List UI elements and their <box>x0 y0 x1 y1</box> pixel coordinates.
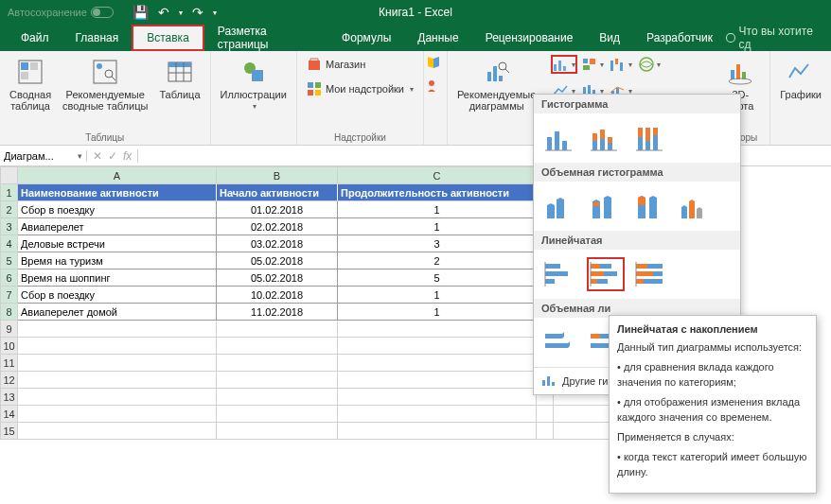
stacked-bar-option[interactable] <box>587 257 625 291</box>
row-header[interactable]: 12 <box>1 372 18 389</box>
row-header[interactable]: 15 <box>1 423 18 440</box>
svg-rect-31 <box>615 59 618 64</box>
cell[interactable]: 1 <box>338 287 537 304</box>
tab-file[interactable]: Файл <box>8 25 62 51</box>
row-header[interactable]: 14 <box>1 406 18 423</box>
cell[interactable]: 05.02.2018 <box>217 269 338 287</box>
row-header[interactable]: 4 <box>1 235 18 252</box>
stacked-column-option[interactable] <box>587 121 625 155</box>
row-header[interactable]: 11 <box>1 355 18 372</box>
undo-icon[interactable]: ↶ <box>158 5 169 20</box>
tab-view[interactable]: Вид <box>586 25 633 51</box>
select-all-corner[interactable] <box>1 167 18 184</box>
svg-rect-30 <box>610 61 613 71</box>
recommended-pivot-button[interactable]: Рекомендуемые сводные таблицы <box>59 55 151 113</box>
stacked-bar-100-option[interactable] <box>632 257 670 291</box>
tab-data[interactable]: Данные <box>404 25 471 51</box>
row-header[interactable]: 5 <box>1 252 18 269</box>
cell[interactable]: Деловые встречи <box>18 235 217 252</box>
cell[interactable]: 11.02.2018 <box>217 304 338 321</box>
store-button[interactable]: Магазин <box>303 55 369 74</box>
tab-insert[interactable]: Вставка <box>132 25 204 51</box>
toggle-icon[interactable] <box>91 7 114 18</box>
cell[interactable]: 10.02.2018 <box>217 287 338 304</box>
cell[interactable]: 1 <box>338 201 537 218</box>
illustrations-button[interactable]: Иллюстрации ▾ <box>217 55 291 113</box>
cell[interactable]: 3 <box>338 235 537 252</box>
3d-column-option[interactable] <box>678 189 716 223</box>
row-header[interactable]: 6 <box>1 269 18 287</box>
cell[interactable]: 2 <box>338 252 537 269</box>
table-header-cell[interactable]: Начало активности <box>217 184 338 201</box>
row-header[interactable]: 1 <box>1 184 18 201</box>
cell[interactable]: 1 <box>338 218 537 235</box>
tab-review[interactable]: Рецензирование <box>472 25 587 51</box>
cell[interactable]: 01.02.2018 <box>217 201 338 218</box>
tab-home[interactable]: Главная <box>62 25 133 51</box>
qat-customize-icon[interactable]: ▾ <box>213 9 217 17</box>
clustered-bar-option[interactable] <box>541 257 579 291</box>
cell[interactable]: Авиаперелет <box>18 218 217 235</box>
save-icon[interactable]: 💾 <box>133 5 149 20</box>
tab-layout[interactable]: Разметка страницы <box>204 25 328 51</box>
cell[interactable]: 05.02.2018 <box>217 252 338 269</box>
my-addins-button[interactable]: Мои надстройки ▾ <box>303 79 417 98</box>
3d-clustered-bar-option[interactable] <box>541 325 579 359</box>
sparkline-icon <box>786 57 816 87</box>
3d-stacked-column-option[interactable] <box>587 189 625 223</box>
column-chart-button[interactable]: ▾ <box>551 55 577 74</box>
hierarchy-chart-button[interactable]: ▾ <box>579 55 606 74</box>
tell-me-search[interactable]: Что вы хотите сд <box>726 25 831 51</box>
tab-developer[interactable]: Разработчик <box>633 25 726 51</box>
histogram-section-label: Гистограмма <box>534 95 740 113</box>
clustered-column-option[interactable] <box>541 121 579 155</box>
pivot-table-button[interactable]: Сводная таблица <box>6 55 55 113</box>
svg-rect-18 <box>315 90 321 96</box>
name-box[interactable]: Диаграм... ▾ <box>0 150 87 162</box>
col-header-b[interactable]: B <box>217 167 338 184</box>
tab-formulas[interactable]: Формулы <box>328 25 404 51</box>
recommended-charts-button[interactable]: Рекомендуемые диаграммы <box>453 55 539 113</box>
cell[interactable]: Сбор в поездку <box>18 287 217 304</box>
cell[interactable]: 02.02.2018 <box>217 218 338 235</box>
cell[interactable]: 03.02.2018 <box>217 235 338 252</box>
fx-icon[interactable]: fx <box>123 149 132 163</box>
table-button[interactable]: Таблица <box>155 55 203 102</box>
cell[interactable]: 1 <box>338 304 537 321</box>
row-header[interactable]: 7 <box>1 287 18 304</box>
map-chart-button[interactable]: ▾ <box>636 55 663 74</box>
svg-rect-28 <box>590 59 595 64</box>
table-header-cell[interactable]: Продолжительность активности <box>338 184 537 201</box>
svg-rect-16 <box>315 82 321 88</box>
cell[interactable]: 5 <box>338 269 537 287</box>
cell[interactable]: Время на шоппинг <box>18 269 217 287</box>
col-header-a[interactable]: A <box>18 167 217 184</box>
cancel-icon[interactable]: ✕ <box>93 149 102 163</box>
svg-point-5 <box>97 63 102 69</box>
cell[interactable]: Авиаперелет домой <box>18 304 217 321</box>
3d-stacked-100-column-option[interactable] <box>632 189 670 223</box>
stacked-column-100-option[interactable] <box>632 121 670 155</box>
row-header[interactable]: 9 <box>1 321 18 338</box>
waterfall-chart-button[interactable]: ▾ <box>608 55 634 74</box>
sparkline-button[interactable]: Графики <box>776 55 825 102</box>
row-header[interactable]: 13 <box>1 389 18 406</box>
autosave-toggle[interactable]: Автосохранение <box>8 7 114 18</box>
cell[interactable]: Время на туризм <box>18 252 217 269</box>
row-header[interactable]: 2 <box>1 201 18 218</box>
row-header[interactable]: 10 <box>1 338 18 355</box>
enter-icon[interactable]: ✓ <box>108 149 117 163</box>
people-graph-icon[interactable] <box>426 78 445 96</box>
chevron-down-icon[interactable]: ▾ <box>78 151 82 161</box>
bing-maps-icon[interactable] <box>426 55 445 73</box>
row-header[interactable]: 3 <box>1 218 18 235</box>
redo-icon[interactable]: ↷ <box>192 5 203 20</box>
col-header-c[interactable]: C <box>338 167 537 184</box>
row-header[interactable]: 8 <box>1 304 18 321</box>
svg-rect-46 <box>731 70 734 79</box>
cell[interactable]: Сбор в поездку <box>18 201 217 218</box>
3d-clustered-column-option[interactable] <box>541 189 579 223</box>
svg-point-23 <box>499 62 506 70</box>
table-header-cell[interactable]: Наименование активности <box>18 184 217 201</box>
undo-more-icon[interactable]: ▾ <box>179 9 183 17</box>
